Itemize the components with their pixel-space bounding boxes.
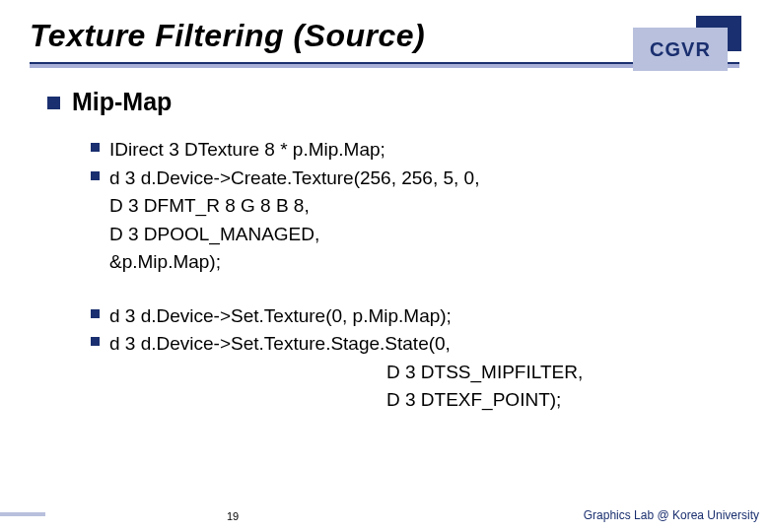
code-line: d 3 d.Device->Set.Texture(0, p.Mip.Map); xyxy=(109,302,452,331)
code-line: D 3 DTEXF_POINT); xyxy=(91,386,732,415)
bullet-square-icon xyxy=(47,97,60,109)
code-line: d 3 d.Device->Set.Texture.Stage.State(0, xyxy=(109,330,451,359)
bullet-square-icon xyxy=(91,143,100,152)
list-item: d 3 d.Device->Set.Texture.Stage.State(0, xyxy=(91,330,732,359)
page-number: 19 xyxy=(227,510,239,522)
code-line: IDirect 3 DTexture 8 * p.Mip.Map; xyxy=(109,136,385,165)
bullet-square-icon xyxy=(91,337,100,346)
footer-accent-bar xyxy=(0,512,45,516)
bullet-square-icon xyxy=(91,171,100,180)
code-group-1: IDirect 3 DTexture 8 * p.Mip.Map; d 3 d.… xyxy=(47,136,732,277)
code-line: D 3 DPOOL_MANAGED, xyxy=(91,221,732,249)
code-group-2: d 3 d.Device->Set.Texture(0, p.Mip.Map);… xyxy=(47,302,732,415)
footer: 19 Graphics Lab @ Korea University xyxy=(0,506,769,526)
list-item: IDirect 3 DTexture 8 * p.Mip.Map; xyxy=(91,136,732,165)
list-item: d 3 d.Device->Create.Texture(256, 256, 5… xyxy=(91,165,732,193)
code-line: d 3 d.Device->Create.Texture(256, 256, 5… xyxy=(109,165,479,193)
footer-credit: Graphics Lab @ Korea University xyxy=(584,508,759,522)
code-line: &p.Mip.Map); xyxy=(91,248,732,277)
heading-row: Mip-Map xyxy=(47,88,732,116)
code-line: D 3 DFMT_R 8 G 8 B 8, xyxy=(91,192,732,221)
cgvr-badge: CGVR xyxy=(633,16,741,73)
bullet-square-icon xyxy=(91,309,100,318)
badge-front-label: CGVR xyxy=(633,28,728,71)
list-item: d 3 d.Device->Set.Texture(0, p.Mip.Map); xyxy=(91,302,732,331)
section-heading: Mip-Map xyxy=(72,88,172,116)
slide: Texture Filtering (Source) CGVR Mip-Map … xyxy=(0,0,769,532)
code-line: D 3 DTSS_MIPFILTER, xyxy=(91,359,732,387)
content-area: Mip-Map IDirect 3 DTexture 8 * p.Mip.Map… xyxy=(0,68,769,415)
